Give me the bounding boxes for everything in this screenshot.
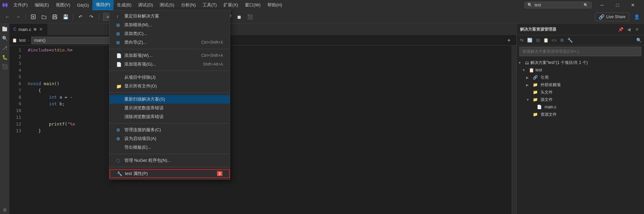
add-module-icon: ⊞ <box>116 23 122 28</box>
menu-nuget-left: ⬡ 管理 NuGet 程序包(N)... <box>116 157 171 164</box>
menu-rescan-left: 重新扫描解决方案(S) <box>116 96 165 102</box>
menu-export-left: 导出模板(E)... <box>116 144 151 150</box>
menu-show-all[interactable]: 📁 显示所有文件(O) <box>110 82 230 91</box>
menu-exclude[interactable]: 从项目中排除(J) <box>110 73 230 82</box>
menu-section-4: 重新扫描解决方案(S) 显示浏览数据库错误 清除浏览数据库错误 <box>110 94 230 122</box>
add-new-shortcut: Ctrl+Shift+A <box>201 53 223 58</box>
menu-manage-services[interactable]: ⚙ 管理连接的服务(C) <box>110 126 230 134</box>
step-2-marker: 2 <box>217 171 222 176</box>
menu-add-class[interactable]: ⊞ 添加类(C)... <box>110 29 230 38</box>
add-class-label: 添加类(C)... <box>124 31 147 37</box>
menu-class-wizard-left: ⊞ 类向导(Z)... <box>116 39 146 45</box>
menu-section-7: 🔧 test 属性(P) 2 <box>110 168 230 179</box>
menu-export-template[interactable]: 导出模板(E)... <box>110 143 230 152</box>
menu-add-new[interactable]: 📄 添加新项(W)... Ctrl+Shift+A <box>110 51 230 60</box>
manage-services-icon: ⚙ <box>116 128 122 133</box>
menu-section-1: ↑ 重定目标解决方案 ⊞ 添加模块(M)... ⊞ 添加类(C)... ⊞ <box>110 10 230 48</box>
menu-show-db-errors[interactable]: 显示浏览数据库错误 <box>110 104 230 112</box>
menu-section-3: 从项目中排除(J) 📁 显示所有文件(O) <box>110 72 230 92</box>
nuget-label: 管理 NuGet 程序包(N)... <box>124 157 171 164</box>
add-class-icon: ⊞ <box>116 31 122 36</box>
menu-sep-6 <box>110 167 230 167</box>
export-label: 导出模板(E)... <box>124 144 151 150</box>
menu-rescan[interactable]: 重新扫描解决方案(S) <box>110 95 230 104</box>
menu-add-module[interactable]: ⊞ 添加模块(M)... <box>110 21 230 29</box>
manage-services-label: 管理连接的服务(C) <box>124 127 161 133</box>
show-all-icon: 📁 <box>116 84 122 89</box>
add-module-label: 添加模块(M)... <box>124 22 152 28</box>
add-new-label: 添加新项(W)... <box>124 52 153 59</box>
properties-label: test 属性(P) <box>125 171 148 177</box>
menu-properties[interactable]: 🔧 test 属性(P) 2 <box>110 169 230 178</box>
dropdown-menu: ↑ 重定目标解决方案 ⊞ 添加模块(M)... ⊞ 添加类(C)... ⊞ <box>109 10 230 180</box>
add-existing-icon: 📄 <box>116 62 122 67</box>
exclude-label: 从项目中排除(J) <box>124 74 156 80</box>
menu-set-startup[interactable]: ⚙ 设为启动项目(A) <box>110 134 230 143</box>
menu-exclude-left: 从项目中排除(J) <box>116 74 156 80</box>
retarget-label: 重定目标解决方案 <box>124 13 159 19</box>
add-existing-shortcut: Shift+Alt+A <box>203 62 223 67</box>
show-all-label: 显示所有文件(O) <box>124 83 157 89</box>
class-wizard-icon: ⊞ <box>116 40 122 45</box>
nuget-icon: ⬡ <box>116 158 122 163</box>
menu-manage-services-left: ⚙ 管理连接的服务(C) <box>116 127 161 133</box>
menu-sep-1 <box>110 49 230 49</box>
add-existing-label: 添加现有项(G)... <box>124 61 156 67</box>
set-startup-icon: ⚙ <box>116 136 122 141</box>
menu-retarget[interactable]: ↑ 重定目标解决方案 <box>110 12 230 21</box>
menu-add-class-left: ⊞ 添加类(C)... <box>116 31 147 37</box>
menu-show-db-left: 显示浏览数据库错误 <box>116 105 164 111</box>
menu-add-module-left: ⊞ 添加模块(M)... <box>116 22 152 28</box>
menu-clear-db-left: 清除浏览数据库错误 <box>116 114 164 120</box>
menu-class-wizard[interactable]: ⊞ 类向导(Z)... Ctrl+Shift+X <box>110 38 230 47</box>
class-wizard-label: 类向导(Z)... <box>124 39 146 45</box>
menu-show-all-left: 📁 显示所有文件(O) <box>116 83 157 89</box>
add-new-icon: 📄 <box>116 53 122 58</box>
menu-properties-left: 🔧 test 属性(P) <box>117 171 148 177</box>
set-startup-label: 设为启动项目(A) <box>124 136 156 142</box>
rescan-label: 重新扫描解决方案(S) <box>124 96 165 102</box>
menu-sep-3 <box>110 93 230 93</box>
menu-manage-nuget[interactable]: ⬡ 管理 NuGet 程序包(N)... <box>110 156 230 165</box>
clear-db-label: 清除浏览数据库错误 <box>124 114 164 120</box>
menu-sep-5 <box>110 154 230 154</box>
menu-clear-db-errors[interactable]: 清除浏览数据库错误 <box>110 112 230 121</box>
show-db-label: 显示浏览数据库错误 <box>124 105 164 111</box>
menu-add-existing-left: 📄 添加现有项(G)... <box>116 61 156 67</box>
menu-retarget-left: ↑ 重定目标解决方案 <box>116 13 159 19</box>
menu-section-5: ⚙ 管理连接的服务(C) ⚙ 设为启动项目(A) 导出模板(E)... <box>110 124 230 153</box>
menu-add-new-left: 📄 添加新项(W)... <box>116 52 153 59</box>
menu-set-startup-left: ⚙ 设为启动项目(A) <box>116 136 156 142</box>
menu-sep-4 <box>110 123 230 123</box>
menu-section-6: ⬡ 管理 NuGet 程序包(N)... <box>110 155 230 166</box>
retarget-icon: ↑ <box>116 14 122 19</box>
menu-add-existing[interactable]: 📄 添加现有项(G)... Shift+Alt+A <box>110 60 230 69</box>
class-wizard-shortcut: Ctrl+Shift+X <box>201 40 223 45</box>
menu-sep-2 <box>110 71 230 71</box>
menu-section-2: 📄 添加新项(W)... Ctrl+Shift+A 📄 添加现有项(G)... … <box>110 50 230 70</box>
properties-icon: 🔧 <box>117 171 122 176</box>
dropdown-overlay[interactable]: ↑ 重定目标解决方案 ⊞ 添加模块(M)... ⊞ 添加类(C)... ⊞ <box>0 0 644 214</box>
